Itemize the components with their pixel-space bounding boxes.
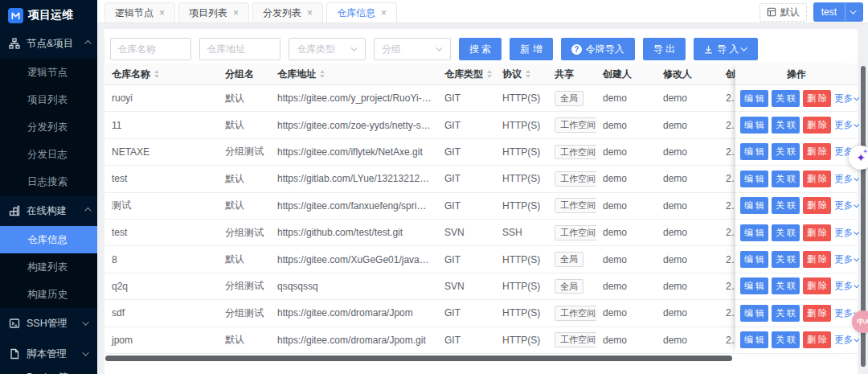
table-row[interactable]: sdf 分组测试 https://gitee.com/dromara/Jpom … <box>105 300 735 327</box>
table-row[interactable]: 测试 默认 https://gitee.com/fanxuefeng/sprin… <box>105 193 735 220</box>
sidebar-group-Docker管理[interactable]: Docker管理 <box>0 369 97 374</box>
sort-icon[interactable] <box>526 70 530 78</box>
sidebar-item-构建历史[interactable]: 构建历史 <box>0 281 97 308</box>
user-menu-button[interactable]: test <box>813 2 863 22</box>
more-dropdown[interactable]: 更多 <box>834 253 859 265</box>
delete-button[interactable]: 删 除 <box>803 251 831 268</box>
group-select[interactable]: 分组 <box>374 38 451 60</box>
tab-分发列表[interactable]: 分发列表 × <box>252 2 323 23</box>
column-header-仓库名称[interactable]: 仓库名称 <box>105 68 219 81</box>
cell-protocol: HTTP(S) <box>496 307 548 319</box>
table-row[interactable]: jpom 默认 https://gitee.com/dromara/Jpom.g… <box>105 327 735 354</box>
column-header-创[interactable]: 创 <box>719 68 735 81</box>
more-dropdown[interactable]: 更多 <box>834 199 859 212</box>
link-button[interactable]: 关 联 <box>772 224 800 241</box>
sort-icon[interactable] <box>487 70 492 78</box>
import-button[interactable]: 导 入 <box>694 38 758 60</box>
more-dropdown[interactable]: 更多 <box>834 119 859 131</box>
table-row[interactable]: NETAXE 分组测试 https://gitee.com/iflytek/Ne… <box>105 139 735 166</box>
more-dropdown[interactable]: 更多 <box>834 227 859 239</box>
ai-assistant-button[interactable]: ✦ ✦ <box>849 146 868 170</box>
sidebar-item-分发列表[interactable]: 分发列表 <box>0 113 97 141</box>
column-header-仓库类型[interactable]: 仓库类型 <box>438 68 496 81</box>
user-caret[interactable] <box>845 2 863 22</box>
edit-button[interactable]: 编 辑 <box>740 224 768 241</box>
delete-button[interactable]: 删 除 <box>803 143 831 160</box>
sidebar-item-分发日志[interactable]: 分发日志 <box>0 141 97 168</box>
table-row[interactable]: q2q 分组测试 qsqsqssq SVN HTTP(S) 全局 demo de… <box>105 273 735 300</box>
sidebar-item-仓库信息[interactable]: 仓库信息 <box>0 226 97 253</box>
workspace-selector[interactable]: 默认 <box>760 3 807 22</box>
sidebar-group-SSH管理[interactable]: SSH管理 <box>0 308 97 339</box>
link-button[interactable]: 关 联 <box>772 277 800 294</box>
delete-button[interactable]: 删 除 <box>803 224 831 241</box>
sidebar-group-节点&项目[interactable]: 节点&项目 <box>0 28 97 59</box>
more-dropdown[interactable]: 更多 <box>834 280 859 292</box>
link-button[interactable]: 关 联 <box>772 251 800 268</box>
repo-type-select[interactable]: 仓库类型 <box>289 38 366 60</box>
link-button[interactable]: 关 联 <box>772 171 800 187</box>
tab-close-icon[interactable]: × <box>307 8 313 18</box>
column-header-仓库地址[interactable]: 仓库地址 <box>271 68 438 81</box>
column-header-分组名[interactable]: 分组名 <box>219 68 271 81</box>
link-button[interactable]: 关 联 <box>772 331 800 348</box>
table-row[interactable]: test 默认 https://gitlab.com/LYue/13213212… <box>105 166 735 192</box>
sort-icon[interactable] <box>154 70 159 78</box>
link-button[interactable]: 关 联 <box>772 305 800 322</box>
tab-仓库信息[interactable]: 仓库信息 × <box>326 2 397 23</box>
sidebar-group-在线构建[interactable]: 在线构建 <box>0 195 97 226</box>
table-row[interactable]: 8 默认 https://gitee.com/XuGeGe01/java8.gi… <box>105 246 735 273</box>
repo-name-input[interactable] <box>110 38 191 60</box>
table-row[interactable]: 11 默认 https://gitee.com/zoe-yyds/netty-s… <box>105 112 735 138</box>
link-button[interactable]: 关 联 <box>772 197 800 214</box>
cell-creator: demo <box>596 120 657 131</box>
edit-button[interactable]: 编 辑 <box>740 197 768 214</box>
export-button[interactable]: 导 出 <box>643 38 686 60</box>
repo-address-input[interactable] <box>199 38 280 60</box>
search-button[interactable]: 搜 索 <box>459 38 502 60</box>
edit-button[interactable]: 编 辑 <box>740 171 768 187</box>
link-button[interactable]: 关 联 <box>772 143 800 160</box>
delete-button[interactable]: 删 除 <box>803 277 831 294</box>
horizontal-scrollbar[interactable] <box>105 356 732 361</box>
edit-button[interactable]: 编 辑 <box>740 90 768 107</box>
edit-button[interactable]: 编 辑 <box>740 117 768 134</box>
edit-button[interactable]: 编 辑 <box>740 251 768 268</box>
delete-button[interactable]: 删 除 <box>803 197 831 214</box>
table-row[interactable]: ruoyi 默认 https://gitee.com/y_project/Ruo… <box>105 85 735 112</box>
table-scroll-area[interactable]: 仓库名称 分组名 仓库地址 仓库类型 协议 共享 创建人 修改人 创 ruoyi… <box>105 64 735 354</box>
translate-button[interactable]: 中A <box>852 310 868 333</box>
delete-button[interactable]: 删 除 <box>803 90 831 107</box>
tab-逻辑节点[interactable]: 逻辑节点 × <box>104 2 175 23</box>
more-dropdown[interactable]: 更多 <box>834 92 859 105</box>
tab-项目列表[interactable]: 项目列表 × <box>178 2 249 23</box>
more-dropdown[interactable]: 更多 <box>834 173 859 185</box>
column-header-协议[interactable]: 协议 <box>496 68 548 81</box>
edit-button[interactable]: 编 辑 <box>740 305 768 322</box>
column-header-创建人[interactable]: 创建人 <box>596 68 657 81</box>
sort-icon[interactable] <box>320 70 325 78</box>
delete-button[interactable]: 删 除 <box>803 171 831 187</box>
tab-close-icon[interactable]: × <box>159 8 165 18</box>
token-import-button[interactable]: ? 令牌导入 <box>561 38 635 60</box>
sidebar-item-日志搜索[interactable]: 日志搜索 <box>0 168 97 195</box>
sidebar-item-逻辑节点[interactable]: 逻辑节点 <box>0 59 97 86</box>
add-button[interactable]: 新 增 <box>510 38 552 60</box>
more-dropdown[interactable]: 更多 <box>834 334 859 346</box>
link-button[interactable]: 关 联 <box>772 117 800 134</box>
table-row[interactable]: test 分组测试 https://github.com/test/test.g… <box>105 220 735 246</box>
column-header-修改人[interactable]: 修改人 <box>657 68 719 81</box>
edit-button[interactable]: 编 辑 <box>740 331 768 348</box>
delete-button[interactable]: 删 除 <box>803 117 831 134</box>
column-header-共享[interactable]: 共享 <box>548 68 596 81</box>
edit-button[interactable]: 编 辑 <box>740 143 768 160</box>
sidebar-item-构建列表[interactable]: 构建列表 <box>0 253 97 281</box>
sidebar-item-项目列表[interactable]: 项目列表 <box>0 86 97 113</box>
tab-close-icon[interactable]: × <box>233 8 239 18</box>
sidebar-group-脚本管理[interactable]: 脚本管理 <box>0 339 97 369</box>
delete-button[interactable]: 删 除 <box>803 331 831 348</box>
link-button[interactable]: 关 联 <box>772 90 800 107</box>
edit-button[interactable]: 编 辑 <box>740 277 768 294</box>
tab-close-icon[interactable]: × <box>381 8 387 18</box>
delete-button[interactable]: 删 除 <box>803 305 831 322</box>
